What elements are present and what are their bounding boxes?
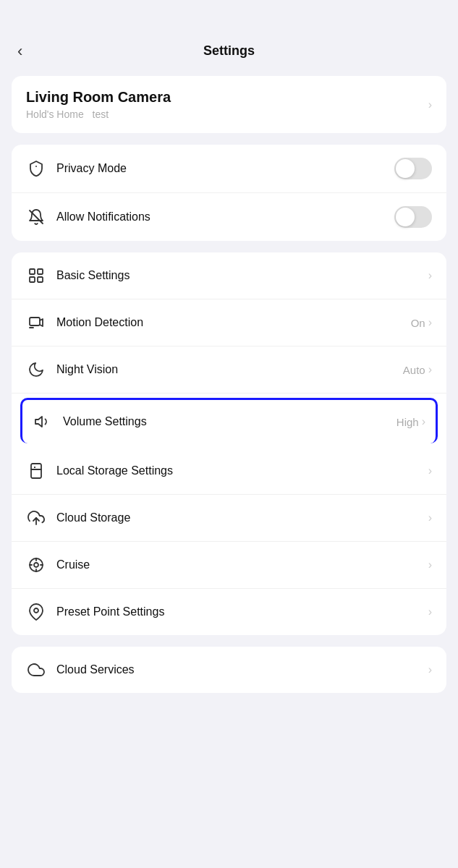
night-vision-chevron-icon: ›: [428, 363, 432, 376]
back-button[interactable]: ‹: [12, 39, 28, 64]
preset-point-chevron-icon: ›: [428, 605, 432, 618]
cloud-upload-icon: [26, 508, 46, 528]
local-storage-chevron-icon: ›: [428, 464, 432, 477]
preset-point-row[interactable]: Preset Point Settings ›: [12, 589, 446, 635]
local-storage-label: Local Storage Settings: [56, 464, 428, 477]
motion-detection-row[interactable]: Motion Detection On ›: [12, 299, 446, 346]
motion-detection-value: On: [411, 317, 425, 329]
svg-rect-3: [38, 269, 43, 274]
cloud-storage-label: Cloud Storage: [56, 511, 428, 524]
privacy-mode-row[interactable]: Privacy Mode: [12, 145, 446, 193]
cruise-label: Cruise: [56, 558, 428, 571]
volume-chevron-icon: ›: [422, 415, 425, 428]
cloud-services-chevron-icon: ›: [428, 663, 432, 676]
night-vision-row[interactable]: Night Vision Auto ›: [12, 346, 446, 393]
camera-name: Living Room Camera: [26, 89, 171, 106]
camera-chevron-icon: ›: [428, 98, 432, 111]
svg-rect-4: [30, 277, 35, 282]
basic-settings-chevron-icon: ›: [428, 269, 432, 282]
storage-icon: [26, 461, 46, 481]
svg-rect-11: [34, 467, 35, 468]
page-header: ‹ Settings: [12, 43, 446, 59]
notifications-row[interactable]: Allow Notifications: [12, 193, 446, 241]
basic-settings-row[interactable]: Basic Settings ›: [12, 252, 446, 299]
cloud-services-label: Cloud Services: [56, 663, 428, 676]
cloud-services-row[interactable]: Cloud Services ›: [12, 647, 446, 693]
night-vision-label: Night Vision: [56, 363, 403, 376]
cloud-storage-row[interactable]: Cloud Storage ›: [12, 495, 446, 542]
cloud-storage-chevron-icon: ›: [428, 511, 432, 524]
svg-rect-6: [30, 318, 40, 326]
privacy-icon: [26, 158, 46, 179]
grid-icon: [26, 265, 46, 286]
pin-icon: [26, 602, 46, 622]
preset-point-label: Preset Point Settings: [56, 605, 428, 618]
svg-rect-9: [31, 464, 41, 478]
moon-icon: [26, 359, 46, 380]
volume-settings-row[interactable]: Volume Settings High ›: [20, 398, 438, 443]
motion-chevron-icon: ›: [428, 316, 432, 329]
toggle-card: Privacy Mode Allow Notifications: [12, 145, 446, 241]
cloud-services-card: Cloud Services ›: [12, 647, 446, 693]
cruise-row[interactable]: Cruise ›: [12, 542, 446, 589]
privacy-mode-label: Privacy Mode: [56, 162, 394, 175]
camera-card[interactable]: Living Room Camera Hold's Home test ›: [12, 76, 446, 133]
night-vision-value: Auto: [403, 364, 425, 376]
page-title: Settings: [203, 43, 255, 59]
cruise-chevron-icon: ›: [428, 558, 432, 571]
svg-rect-5: [38, 277, 43, 282]
cloud-icon: [26, 660, 46, 680]
motion-detection-label: Motion Detection: [56, 316, 411, 329]
privacy-mode-toggle[interactable]: [394, 158, 432, 179]
local-storage-row[interactable]: Local Storage Settings ›: [12, 448, 446, 495]
basic-settings-label: Basic Settings: [56, 269, 428, 282]
privacy-mode-thumb: [396, 159, 415, 178]
svg-point-14: [34, 563, 38, 567]
notifications-label: Allow Notifications: [56, 210, 394, 224]
notifications-icon: [26, 207, 46, 227]
volume-settings-value: High: [396, 416, 419, 428]
volume-settings-label: Volume Settings: [63, 415, 396, 428]
settings-card: Basic Settings › Motion Detection On ›: [12, 252, 446, 635]
camera-card-row[interactable]: Living Room Camera Hold's Home test ›: [12, 76, 446, 133]
camera-info: Living Room Camera Hold's Home test: [26, 89, 171, 120]
svg-marker-8: [35, 417, 42, 427]
svg-rect-2: [30, 269, 35, 274]
cruise-icon: [26, 555, 46, 575]
notifications-toggle[interactable]: [394, 206, 432, 228]
motion-icon: [26, 312, 46, 333]
svg-point-19: [34, 608, 38, 613]
settings-page: ‹ Settings Living Room Camera Hold's Hom…: [0, 0, 458, 705]
camera-location: Hold's Home test: [26, 109, 171, 120]
notifications-thumb: [396, 208, 415, 226]
volume-icon: [33, 412, 53, 432]
